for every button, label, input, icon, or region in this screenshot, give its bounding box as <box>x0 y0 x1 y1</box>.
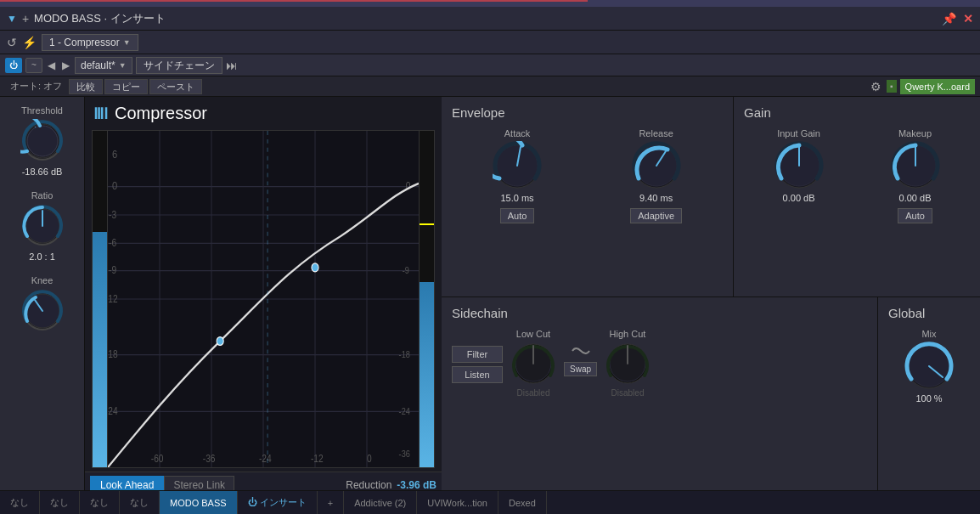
gear-button[interactable]: ⚙ <box>870 80 881 93</box>
threshold-knob[interactable] <box>20 119 65 163</box>
wave-button[interactable]: ~ <box>25 58 42 73</box>
taskbar-item-1[interactable]: なし <box>40 491 80 514</box>
undo-icon[interactable]: ↺ <box>7 36 17 49</box>
threshold-group: Threshold -18.66 dB <box>20 105 65 177</box>
nav-right-button[interactable]: ▶ <box>60 59 71 71</box>
taskbar-item-0[interactable]: なし <box>0 491 40 514</box>
skip-button[interactable]: ⏭ <box>226 59 238 72</box>
graph-logo: ⅢⅠ <box>93 104 108 123</box>
graph-canvas[interactable]: 6 0 -3 -6 -9 -12 -18 -24 -60 -36 -24 -12… <box>92 130 435 468</box>
compression-graph: 6 0 -3 -6 -9 -12 -18 -24 -60 -36 -24 -12… <box>108 131 419 467</box>
low-cut-group: Low Cut Disabled <box>511 329 555 398</box>
envelope-knobs: Attack 15.0 ms Auto <box>452 128 723 223</box>
svg-text:-18: -18 <box>108 348 118 359</box>
makeup-label: Makeup <box>898 128 932 138</box>
right-panels: Envelope Attack 15.0 ms <box>442 97 980 497</box>
release-value: 9.40 ms <box>639 193 673 203</box>
sidechain-button[interactable]: サイドチェーン <box>136 57 222 74</box>
collapse-arrow[interactable]: ▼ <box>7 13 17 25</box>
svg-text:0: 0 <box>112 179 117 192</box>
input-gain-label: Input Gain <box>777 128 820 138</box>
gain-knobs: Input Gain 0.00 dB Makeup <box>744 128 970 223</box>
preset-dropdown-arrow: ▼ <box>123 38 131 47</box>
svg-text:-12: -12 <box>311 453 324 464</box>
taskbar-item-dexed[interactable]: Dexed <box>498 491 547 514</box>
taskbar-item-addictive[interactable]: Addictive (2) <box>344 491 417 514</box>
release-label: Release <box>639 128 673 138</box>
gain-title: Gain <box>744 105 970 120</box>
knee-knob[interactable] <box>20 289 65 333</box>
svg-text:-18: -18 <box>399 349 411 359</box>
compare-button[interactable]: 比較 <box>69 79 103 94</box>
input-gain-group: Input Gain 0.00 dB <box>774 128 824 203</box>
knee-label: Knee <box>31 275 54 285</box>
copy-button[interactable]: コピー <box>104 79 148 94</box>
taskbar-item-2[interactable]: なし <box>80 491 120 514</box>
pin-button[interactable]: 📌 <box>942 12 956 25</box>
attack-label: Attack <box>504 128 531 138</box>
auto-label: オート: オフ <box>5 80 67 93</box>
svg-text:-60: -60 <box>151 453 164 464</box>
swap-area: Swap <box>564 342 597 376</box>
preset-value: default* <box>81 59 115 71</box>
input-gain-knob[interactable] <box>774 141 824 190</box>
taskbar-item-3[interactable]: なし <box>120 491 160 514</box>
reduction-value: -3.96 dB <box>397 479 436 491</box>
envelope-title: Envelope <box>452 105 723 120</box>
close-button[interactable]: ✕ <box>963 12 973 25</box>
svg-text:-9: -9 <box>403 265 409 275</box>
high-cut-disabled: Disabled <box>611 388 645 398</box>
svg-text:-12: -12 <box>108 293 118 304</box>
attack-knob[interactable] <box>493 141 542 190</box>
auto-makeup-button[interactable]: Auto <box>898 208 932 223</box>
preset-name: 1 - Compressor <box>49 37 120 48</box>
preset-selector[interactable]: 1 - Compressor ▼ <box>42 34 138 51</box>
high-cut-knob[interactable] <box>605 342 650 386</box>
knee-group: Knee <box>20 275 65 333</box>
svg-point-39 <box>312 263 318 272</box>
mix-value: 100 % <box>915 393 942 404</box>
svg-text:6: 6 <box>112 148 117 161</box>
paste-button[interactable]: ペースト <box>149 79 202 94</box>
high-cut-group: High Cut Disabled <box>605 329 650 398</box>
threshold-value: -18.66 dB <box>22 167 63 177</box>
ratio-label: Ratio <box>31 190 54 201</box>
taskbar-item-add[interactable]: + <box>318 491 344 514</box>
taskbar-item-uviwork[interactable]: UVIWork...tion <box>417 491 498 514</box>
filter-button[interactable]: Filter <box>452 346 503 363</box>
svg-text:-6: -6 <box>109 237 116 248</box>
adaptive-button[interactable]: Adaptive <box>630 208 682 223</box>
low-cut-disabled: Disabled <box>517 388 550 398</box>
power-button[interactable]: ⏻ <box>5 58 22 73</box>
low-cut-label: Low Cut <box>516 329 550 339</box>
release-knob[interactable] <box>632 141 681 190</box>
gain-panel: Gain Input Gain 0.00 dB <box>734 97 980 297</box>
yellow-square: ▪ <box>887 80 897 93</box>
sidechain-content: Filter Listen Low Cut Disabled <box>452 329 867 398</box>
makeup-value: 0.00 dB <box>899 193 932 203</box>
swap-icon <box>569 342 593 359</box>
action-row: オート: オフ 比較 コピー ペースト ⚙ ▪ Qwerty K...oard <box>0 76 980 97</box>
title-bar: ▼ + MODO BASS · インサート 📌 ✕ <box>0 7 980 31</box>
keyboard-badge[interactable]: Qwerty K...oard <box>900 79 975 94</box>
sidechain-buttons: Filter Listen <box>452 346 503 383</box>
mix-group: Mix 100 % <box>888 329 970 404</box>
listen-button[interactable]: Listen <box>452 366 503 383</box>
bottom-right-panels: Sidechain Filter Listen Low Cut <box>442 297 980 498</box>
taskbar-item-insert[interactable]: ⏻ インサート <box>238 491 318 514</box>
graph-title: Compressor <box>115 104 207 123</box>
preset-row: ↺ ⚡ 1 - Compressor ▼ <box>0 31 980 54</box>
reduction-label: Reduction <box>346 479 391 491</box>
makeup-knob[interactable] <box>891 141 940 190</box>
svg-text:-36: -36 <box>399 449 411 459</box>
nav-left-button[interactable]: ◀ <box>46 59 57 71</box>
mix-knob[interactable] <box>904 342 954 391</box>
link-icon[interactable]: ⚡ <box>22 36 37 49</box>
low-cut-knob[interactable] <box>511 342 555 386</box>
ratio-knob[interactable] <box>20 204 65 248</box>
preset-dropdown[interactable]: default* ▼ <box>75 57 132 74</box>
taskbar-item-modo-bass[interactable]: MODO BASS <box>160 491 238 514</box>
auto-attack-button[interactable]: Auto <box>500 208 535 223</box>
add-button[interactable]: + <box>22 12 29 25</box>
swap-button[interactable]: Swap <box>564 362 597 376</box>
